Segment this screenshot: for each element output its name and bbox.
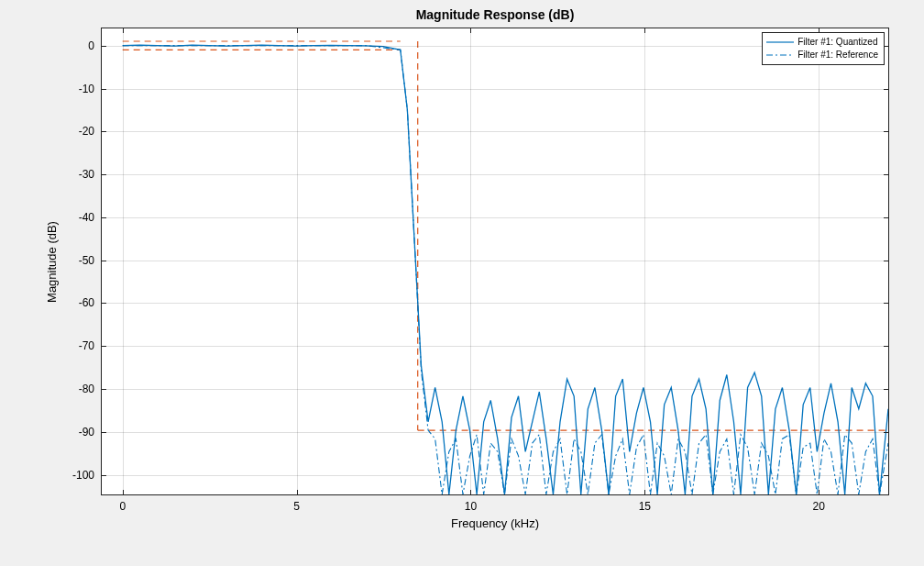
x-tick-label: 15 (639, 500, 651, 513)
legend-item-quantized: Filter #1: Quantized (766, 36, 878, 49)
y-tick-label: -40 (79, 211, 94, 224)
y-tick-label: -50 (79, 254, 94, 267)
x-tick-label: 5 (293, 500, 300, 513)
x-tick-label: 20 (812, 500, 824, 513)
y-tick-label: 0 (88, 39, 94, 52)
y-tick-label: -90 (79, 426, 94, 438)
legend[interactable]: Filter #1: Quantized Filter #1: Referenc… (762, 32, 885, 65)
y-axis-label: Magnitude (dB) (42, 28, 60, 495)
y-tick-label: -60 (79, 296, 94, 309)
x-axis-label: Frequency (kHz) (101, 516, 889, 530)
legend-item-reference: Filter #1: Reference (766, 49, 878, 61)
line-icon (766, 50, 794, 60)
y-tick-label: -10 (79, 83, 94, 95)
legend-label: Filter #1: Quantized (798, 36, 877, 49)
y-tick-label: -100 (72, 469, 94, 482)
line-icon (766, 38, 794, 47)
axes[interactable]: 051015200-10-20-30-40-50-60-70-80-90-100… (101, 28, 889, 495)
y-tick-label: -30 (79, 168, 94, 181)
x-tick-label: 10 (465, 500, 477, 513)
plot-title: Magnitude Response (dB) (101, 7, 889, 22)
legend-label: Filter #1: Reference (798, 49, 878, 61)
series-quantized (123, 45, 888, 494)
y-tick-label: -20 (79, 125, 94, 138)
x-tick-label: 0 (119, 500, 126, 513)
y-tick-label: -80 (79, 383, 94, 395)
y-tick-label: -70 (79, 339, 94, 352)
figure: Magnitude Response (dB) Magnitude (dB) F… (0, 0, 924, 566)
